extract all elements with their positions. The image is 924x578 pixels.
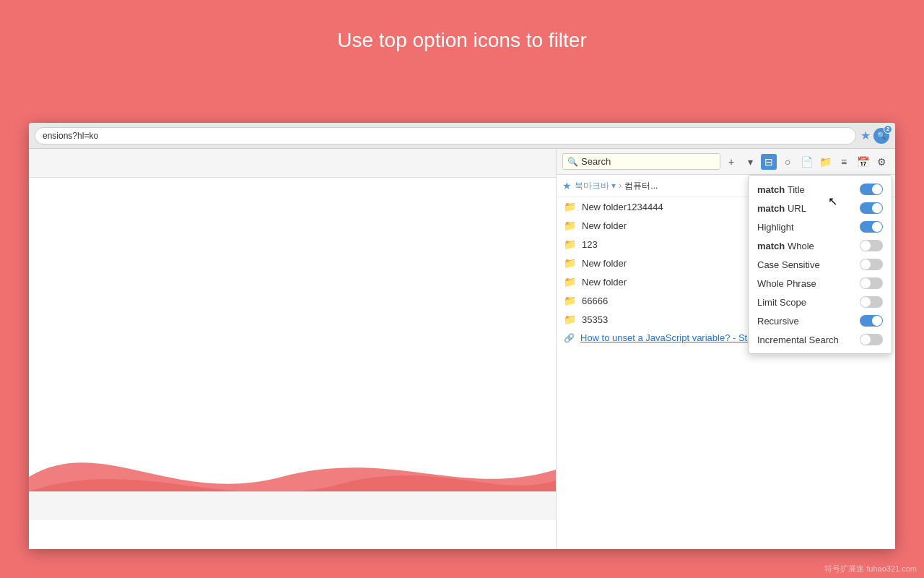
- webpage-topbar: [29, 149, 556, 178]
- dropdown-incremental-search-row[interactable]: Incremental Search: [749, 330, 892, 349]
- folder-icon: 📁: [564, 220, 576, 231]
- dropdown-case-sensitive-row[interactable]: Case Sensitive: [749, 255, 892, 274]
- highlight-toggle[interactable]: [860, 221, 883, 233]
- search-icon: 🔍: [567, 157, 578, 167]
- bookmark-label: New folder: [582, 220, 627, 231]
- case-sensitive-toggle[interactable]: [860, 259, 883, 270]
- browser-content: 🔍 + ▾ ⊟ ○ 📄 📁 ≡ 📅 ⚙ ★ 북마크바 ▾ ›: [29, 149, 895, 549]
- bookmark-label: 66666: [582, 296, 608, 306]
- match-title-toggle[interactable]: [860, 184, 883, 195]
- bookmark-label: 35353: [582, 314, 608, 325]
- filter-dropdown-panel: match Title match URL Highlight match Wh…: [748, 175, 892, 354]
- browser-topbar: ensions?hl=ko ★ 🔍 2: [29, 123, 895, 149]
- search-input[interactable]: [581, 156, 715, 167]
- breadcrumb-current: 컴퓨터...: [624, 180, 658, 192]
- dropdown-incremental-search-label: Incremental Search: [757, 335, 839, 345]
- calendar-icon[interactable]: 📅: [855, 154, 871, 170]
- dropdown-whole-phrase-row[interactable]: Whole Phrase: [749, 274, 892, 293]
- folder-icon[interactable]: 📁: [817, 154, 833, 170]
- bookmark-label: 123: [582, 239, 598, 250]
- dropdown-limit-scope-label: Limit Scope: [757, 297, 806, 308]
- folder-icon: 📁: [564, 238, 576, 250]
- breadcrumb-separator: ›: [619, 181, 622, 191]
- bookmark-label: New folder: [582, 258, 627, 269]
- browser-icons: ★ 🔍 2: [860, 128, 889, 144]
- add-button[interactable]: +: [723, 154, 739, 170]
- folder-icon: 📁: [564, 314, 576, 325]
- watermark: 符号扩展迷 fuhao321.com: [824, 564, 917, 574]
- dropdown-recursive-row[interactable]: Recursive: [749, 311, 892, 330]
- extension-icon[interactable]: 🔍 2: [873, 128, 889, 144]
- dropdown-match-url-row[interactable]: match URL: [749, 199, 892, 217]
- dropdown-limit-scope-row[interactable]: Limit Scope: [749, 293, 892, 311]
- gear-icon[interactable]: ⚙: [873, 154, 889, 170]
- dropdown-recursive-label: Recursive: [757, 316, 799, 327]
- url-bar: ensions?hl=ko: [35, 127, 856, 144]
- breadcrumb-star-icon: ★: [562, 180, 572, 191]
- filter-icon[interactable]: ⊟: [761, 154, 777, 170]
- webpage-body: [29, 178, 556, 520]
- dropdown-whole-phrase-label: Whole Phrase: [757, 278, 816, 289]
- dropdown-match-title-label: match Title: [757, 184, 805, 195]
- dropdown-match-whole-label: match Whole: [757, 241, 814, 251]
- chevron-down-icon[interactable]: ▾: [742, 154, 758, 170]
- instruction-heading: Use top option icons to filter: [0, 0, 924, 74]
- webpage-footer: [29, 491, 556, 520]
- recursive-toggle[interactable]: [860, 315, 883, 327]
- folder-icon: 📁: [564, 201, 576, 212]
- dropdown-match-title-row[interactable]: match Title: [749, 180, 892, 199]
- limit-scope-toggle[interactable]: [860, 296, 883, 308]
- dropdown-highlight-label: Highlight: [757, 222, 794, 233]
- search-bar: 🔍 + ▾ ⊟ ○ 📄 📁 ≡ 📅 ⚙: [557, 149, 895, 175]
- whole-phrase-toggle[interactable]: [860, 277, 883, 289]
- browser-window: ensions?hl=ko ★ 🔍 2: [29, 123, 895, 549]
- match-url-toggle[interactable]: [860, 202, 883, 214]
- dropdown-highlight-row[interactable]: Highlight: [749, 217, 892, 236]
- url-text: ensions?hl=ko: [43, 131, 98, 141]
- sort-icon[interactable]: ≡: [836, 154, 852, 170]
- bookmark-label: New folder: [582, 277, 627, 288]
- webpage-area: [29, 149, 556, 549]
- incremental-search-toggle[interactable]: [860, 334, 883, 345]
- bookmark-star-icon[interactable]: ★: [860, 129, 871, 142]
- dropdown-match-url-label: match URL: [757, 203, 806, 214]
- folder-icon: 📁: [564, 276, 576, 288]
- circle-icon[interactable]: ○: [780, 154, 796, 170]
- breadcrumb-label-1: 북마크바 ▾: [575, 180, 616, 192]
- dropdown-match-whole-row[interactable]: match Whole: [749, 236, 892, 255]
- breadcrumb-item-1[interactable]: 북마크바 ▾: [575, 180, 616, 192]
- extension-badge: 2: [884, 125, 892, 134]
- bookmark-label: New folder1234444: [582, 202, 663, 212]
- dropdown-case-sensitive-label: Case Sensitive: [757, 259, 820, 270]
- page-icon[interactable]: 📄: [798, 154, 814, 170]
- search-input-wrapper: 🔍: [562, 153, 720, 170]
- bookmark-panel: 🔍 + ▾ ⊟ ○ 📄 📁 ≡ 📅 ⚙ ★ 북마크바 ▾ ›: [556, 149, 895, 549]
- link-icon: 🔗: [564, 333, 575, 343]
- folder-icon: 📁: [564, 295, 576, 306]
- folder-icon: 📁: [564, 257, 576, 269]
- match-whole-toggle[interactable]: [860, 240, 883, 251]
